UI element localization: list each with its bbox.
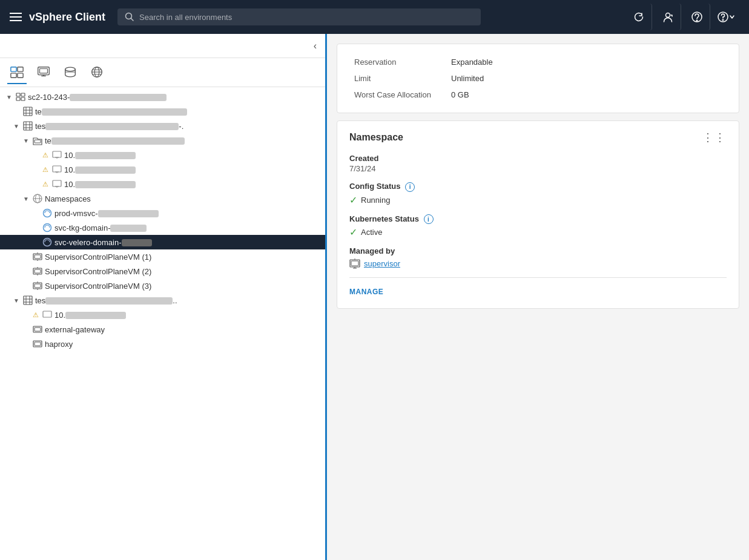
chevron-te3: ▼ (22, 136, 30, 145)
tree-label-tes4: tes.. (35, 296, 177, 305)
ns-config-status-section: Config Status i ✓ Running (349, 182, 727, 206)
tree-item-tes4[interactable]: ▼ tes.. (0, 293, 325, 308)
resource-table: Reservation Expandable Limit Unlimited W… (349, 54, 727, 103)
created-label: Created (349, 154, 727, 163)
svg-rect-61 (35, 284, 41, 288)
tree-label-namespaces: Namespaces (45, 194, 91, 203)
feedback-button[interactable] (684, 4, 710, 30)
table-row-worst-case: Worst Case Allocation 0 GB (349, 87, 727, 103)
ns-managed-by-section: Managed by supervisor (349, 246, 727, 269)
namespaces-icon (33, 194, 42, 203)
limit-key: Limit (349, 70, 446, 87)
tree-label-ip4: 10. (54, 311, 126, 320)
supervisor-link[interactable]: supervisor (364, 259, 400, 268)
tree-item-ext-gw[interactable]: external-gateway (0, 322, 325, 337)
vcenter-icon (16, 92, 25, 102)
worst-case-key: Worst Case Allocation (349, 87, 446, 103)
managed-by-row: supervisor (349, 258, 727, 269)
tree-item-ip1[interactable]: ⚠ 10. (0, 148, 325, 162)
tree-item-scvm2[interactable]: SupervisorControlPlaneVM (2) (0, 264, 325, 278)
user-button[interactable] (655, 4, 681, 30)
tree-label-te3: te (45, 136, 185, 145)
network-icon (90, 65, 104, 79)
svg-rect-25 (21, 97, 25, 100)
tab-vms-templates[interactable] (34, 61, 53, 84)
warn-icon-ip4: ⚠ (33, 311, 39, 319)
panel-header: ‹ (0, 34, 325, 58)
cluster-icon-4 (23, 295, 33, 305)
search-bar[interactable]: Search in all environments (117, 8, 481, 25)
refresh-button[interactable] (625, 4, 652, 30)
scvm-icon-2 (33, 266, 42, 276)
manage-button[interactable]: MANAGE (349, 285, 383, 298)
tree-label-scvm3: SupervisorControlPlaneVM (3) (45, 282, 151, 291)
tree-label-ip2: 10. (64, 165, 136, 174)
tree-label-sc2: sc2-10-243- (28, 93, 167, 102)
config-status-info-icon[interactable]: i (405, 182, 415, 192)
tree-item-ip4[interactable]: ⚠ 10. (0, 308, 325, 322)
svg-rect-31 (24, 122, 32, 130)
svg-point-15 (65, 67, 76, 71)
tab-networking[interactable] (87, 61, 107, 84)
collapse-button[interactable]: ‹ (310, 39, 320, 53)
tree-item-scvm3[interactable]: SupervisorControlPlaneVM (3) (0, 278, 325, 293)
tree-item-namespaces[interactable]: ▼ Namespaces (0, 191, 325, 206)
k8s-status-check-icon: ✓ (349, 226, 357, 238)
chevron-tes4: ▼ (12, 296, 21, 305)
scvm-icon-haproxy (33, 339, 42, 349)
app-title: vSphere Client (29, 11, 105, 24)
tree-item-ip3[interactable]: ⚠ 10. (0, 177, 325, 191)
svg-rect-9 (11, 73, 16, 77)
namespace-card: Namespace ⋮⋮ Created 7/31/24 Config Stat… (337, 120, 739, 309)
reservation-value: Expandable (446, 54, 727, 70)
namespace-item-icon-velero (42, 237, 52, 247)
tree-item-prod-vmsvc[interactable]: prod-vmsvc- (0, 206, 325, 220)
k8s-status-label: Kubernetes Status i (349, 214, 727, 225)
namespace-item-icon-prod (42, 208, 52, 218)
chevron-tes2: ▼ (12, 122, 21, 130)
tree-item-scvm1[interactable]: SupervisorControlPlaneVM (1) (0, 249, 325, 264)
svg-rect-75 (351, 261, 358, 266)
left-panel: ‹ (0, 34, 327, 560)
ns-created-section: Created 7/31/24 (349, 154, 727, 173)
hamburger-menu[interactable] (10, 13, 22, 21)
tree-item-svc-velero[interactable]: svc-velero-domain- (0, 235, 325, 249)
tab-storage[interactable] (61, 61, 80, 84)
worst-case-value: 0 GB (446, 87, 727, 103)
ns-k8s-status-section: Kubernetes Status i ✓ Active (349, 214, 727, 239)
tree-label-scvm2: SupervisorControlPlaneVM (2) (45, 267, 151, 276)
namespace-dots-menu[interactable]: ⋮⋮ (702, 131, 727, 144)
tree-label-scvm1: SupervisorControlPlaneVM (1) (45, 252, 151, 262)
svg-point-6 (722, 19, 724, 21)
search-placeholder: Search in all environments (139, 13, 232, 22)
tree-item-ip2[interactable]: ⚠ 10. (0, 162, 325, 177)
tree-item-haproxy[interactable]: haproxy (0, 337, 325, 351)
namespace-item-icon-tkg (42, 223, 52, 232)
table-row-limit: Limit Unlimited (349, 70, 727, 87)
config-status-label: Config Status i (349, 182, 727, 192)
tree-item-sc2[interactable]: ▼ sc2-10-243- (0, 90, 325, 104)
search-icon (125, 12, 134, 22)
tree-item-te3[interactable]: ▼ te (0, 133, 325, 148)
main-layout: ‹ (0, 34, 749, 560)
chevron-sc2: ▼ (5, 93, 13, 101)
svg-rect-71 (35, 328, 41, 331)
tree-label-haproxy: haproxy (45, 340, 73, 349)
svg-rect-40 (53, 166, 61, 172)
tree-item-svc-tkg[interactable]: svc-tkg-domain- (0, 220, 325, 235)
tab-hosts-clusters[interactable] (7, 61, 27, 84)
svg-rect-57 (35, 269, 41, 273)
tree-label-ext-gw: external-gateway (45, 325, 105, 334)
tree-item-te1[interactable]: ▶ te (0, 104, 325, 119)
cluster-icon-1 (23, 107, 33, 116)
k8s-status-info-icon[interactable]: i (424, 214, 434, 224)
help-chevron-icon (729, 14, 735, 20)
svg-rect-73 (35, 342, 41, 346)
resource-card: Reservation Expandable Limit Unlimited W… (337, 44, 739, 113)
chevron-namespaces: ▼ (22, 194, 30, 203)
tree-item-tes2[interactable]: ▼ tes-. (0, 119, 325, 133)
help-button[interactable] (713, 4, 739, 30)
vm-icon-ip2 (52, 165, 62, 174)
svg-rect-36 (35, 140, 41, 143)
namespace-card-header: Namespace ⋮⋮ (349, 131, 727, 144)
